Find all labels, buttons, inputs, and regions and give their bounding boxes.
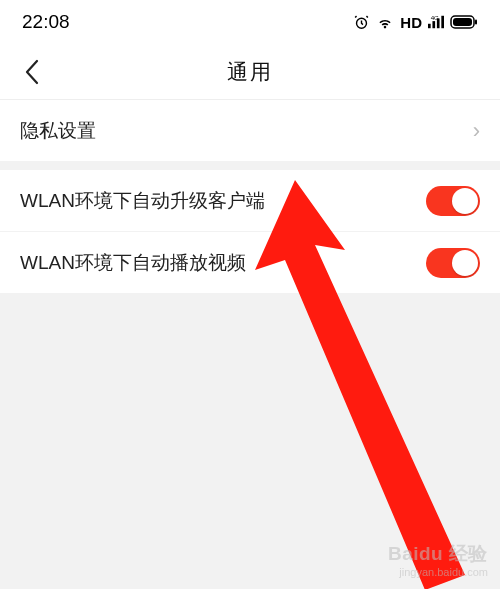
status-right: HD 4G [353, 14, 478, 31]
toggle-wlan-auto-upgrade[interactable] [426, 186, 480, 216]
chevron-right-icon: › [473, 118, 480, 144]
toggle-wlan-auto-play[interactable] [426, 248, 480, 278]
watermark-url: jingyan.baidu.com [388, 566, 488, 579]
toggle-knob [452, 188, 478, 214]
row-label: WLAN环境下自动升级客户端 [20, 188, 265, 214]
svg-rect-1 [428, 24, 431, 28]
page-title: 通用 [227, 58, 273, 86]
svg-text:4G: 4G [431, 15, 439, 21]
row-wlan-auto-upgrade: WLAN环境下自动升级客户端 [0, 170, 500, 232]
row-label: WLAN环境下自动播放视频 [20, 250, 246, 276]
wifi-icon [376, 15, 394, 29]
toggle-knob [452, 250, 478, 276]
watermark: Baidu 经验 jingyan.baidu.com [388, 543, 488, 579]
settings-list: 隐私设置 › WLAN环境下自动升级客户端 WLAN环境下自动播放视频 [0, 100, 500, 294]
watermark-brand: Baidu 经验 [388, 543, 488, 566]
status-bar: 22:08 HD 4G [0, 0, 500, 44]
row-wlan-auto-play: WLAN环境下自动播放视频 [0, 232, 500, 294]
row-privacy-settings[interactable]: 隐私设置 › [0, 100, 500, 162]
svg-rect-4 [441, 16, 444, 28]
svg-rect-8 [475, 20, 477, 25]
signal-icon: 4G [428, 15, 444, 29]
battery-icon [450, 15, 478, 29]
alarm-icon [353, 14, 370, 31]
status-time: 22:08 [22, 11, 70, 33]
hd-label: HD [400, 14, 422, 31]
svg-rect-7 [453, 18, 472, 26]
nav-bar: 通用 [0, 44, 500, 100]
chevron-left-icon [24, 59, 40, 85]
back-button[interactable] [18, 58, 46, 86]
svg-rect-2 [432, 21, 435, 28]
row-label: 隐私设置 [20, 118, 96, 144]
